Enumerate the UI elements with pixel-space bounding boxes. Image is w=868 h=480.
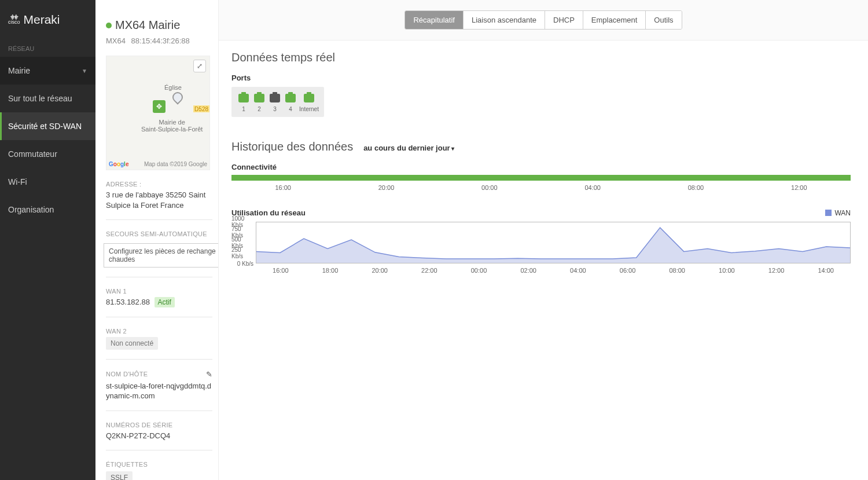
network-selector[interactable]: Mairie ▼ [0,57,95,85]
wan1-row: 81.53.182.88 Actif [106,297,212,307]
sidebar-item-wifi[interactable]: Wi-Fi [0,168,95,196]
network-name: Mairie [8,66,30,75]
time-tick: 00:00 [438,184,541,191]
serial-value: Q2KN-P2T2-DCQ4 [106,431,212,441]
wan1-ip: 81.53.182.88 [106,298,150,306]
serial-label: NUMÉROS DE SÉRIE [106,422,212,428]
tab-dhcp[interactable]: DHCP [545,11,583,29]
x-tick: 14:00 [801,267,851,274]
x-tick: 16:00 [256,267,306,274]
port-label: 2 [258,106,261,112]
device-pin-icon: ✥ [153,100,165,113]
sidebar: ·ı|ı·ı|ı· cisco Meraki RÉSEAU Mairie ▼ S… [0,0,95,480]
port-status-icon [254,94,264,102]
x-tick: 18:00 [306,267,355,274]
chart-svg [256,222,850,263]
x-tick: 08:00 [652,267,702,274]
x-tick: 20:00 [355,267,404,274]
wan2-status-badge: Non connecté [106,337,158,350]
tabbar: Récapitulatif Liaison ascendante DHCP Em… [404,10,682,30]
map-expand-icon[interactable]: ⤢ [193,60,206,72]
map-place-main: Mairie de Saint-Sulpice-la-Forêt [141,119,203,133]
realtime-heading: Données temps réel [231,51,851,64]
sidebar-item-switch[interactable]: Commutateur [0,140,95,168]
tab-tools[interactable]: Outils [646,11,681,29]
x-tick: 00:00 [454,267,504,274]
device-model: MX64 [106,36,126,45]
port-3[interactable]: 3 [269,94,281,112]
y-axis-labels: 1000 Kb/s750 Kb/s500 Kb/s250 Kb/s0 Kb/s [231,222,255,263]
tab-location[interactable]: Emplacement [583,11,646,29]
port-label: 1 [242,106,245,112]
x-tick: 04:00 [553,267,603,274]
map[interactable]: D528 ⤢ Église ✥ Mairie de Saint-Sulpice-… [106,56,210,170]
time-tick: 08:00 [644,184,747,191]
time-tick: 04:00 [541,184,644,191]
tab-summary[interactable]: Récapitulatif [405,11,464,29]
edit-icon[interactable]: ✎ [206,370,212,379]
status-dot-icon [106,23,112,28]
tags-label: ÉTIQUETTES [106,461,212,468]
port-1[interactable]: 1 [237,94,250,112]
time-tick: 20:00 [334,184,437,191]
chevron-down-icon: ▼ [82,68,87,74]
port-internet[interactable]: Internet [300,94,318,112]
range-selector[interactable]: au cours du dernier jour [363,144,454,152]
sidebar-item-security[interactable]: Sécurité et SD-WAN [0,112,95,140]
x-tick: 12:00 [752,267,801,274]
tabbar-container: Récapitulatif Liaison ascendante DHCP Em… [219,0,868,41]
connectivity-bar[interactable] [231,175,851,181]
usage-chart[interactable]: 1000 Kb/s750 Kb/s500 Kb/s250 Kb/s0 Kb/s … [231,222,851,274]
connectivity-time-axis: 16:0020:0000:0004:0008:0012:00 [231,184,851,191]
legend-text: WAN [834,209,851,217]
ports-box: 1234Internet [231,87,324,117]
port-4[interactable]: 4 [284,94,297,112]
host-label: NOM D'HÔTE [106,371,148,378]
backup-label: SECOURS SEMI-AUTOMATIQUE [106,230,212,237]
x-tick: 22:00 [404,267,454,274]
port-status-icon [304,94,314,102]
backup-config-button[interactable]: Configurez les pièces de rechange chaude… [104,243,219,268]
wan2-label: WAN 2 [106,328,212,335]
device-mac: 88:15:44:3f:26:88 [131,36,190,45]
port-label: 4 [289,106,292,112]
time-tick: 16:00 [231,184,334,191]
port-label: Internet [299,106,319,112]
road-label: D528 [193,106,209,112]
sidebar-item-overview[interactable]: Sur tout le réseau [0,85,95,112]
sidebar-item-organization[interactable]: Organisation [0,196,95,223]
ports-label: Ports [231,74,851,82]
host-value: st-sulpice-la-foret-nqjvgddmtq.dynamic-m… [106,381,212,401]
port-status-icon [285,94,296,102]
map-place-church: Église [164,84,182,91]
main-content: Récapitulatif Liaison ascendante DHCP Em… [219,0,868,480]
church-pin-icon [170,90,185,104]
history-heading: Historique des données [231,140,353,153]
port-2[interactable]: 2 [253,94,266,112]
brand-name: Meraki [24,13,60,27]
address-value: 3 rue de l'abbaye 35250 Saint Sulpice la… [106,190,212,210]
port-status-icon [238,94,249,102]
x-tick: 02:00 [503,267,553,274]
logo[interactable]: ·ı|ı·ı|ı· cisco Meraki [0,0,95,39]
port-status-icon [270,94,280,102]
y-tick: 250 Kb/s [231,247,253,259]
legend-wan[interactable]: WAN [825,209,851,217]
device-name: MX64 Mairie [115,19,180,32]
legend-color-icon [825,210,832,216]
wan1-label: WAN 1 [106,288,212,295]
y-tick: 0 Kb/s [237,261,253,267]
map-attribution: Map data ©2019 Google [144,161,207,167]
tab-uplink[interactable]: Liaison ascendante [464,11,545,29]
x-tick: 06:00 [603,267,653,274]
google-logo: Google [109,161,128,167]
x-tick: 10:00 [702,267,752,274]
chart-area [256,222,851,263]
device-subtitle: MX64 88:15:44:3f:26:88 [106,36,212,45]
nav-section-label: RÉSEAU [0,39,95,57]
cisco-logo-icon: ·ı|ı·ı|ı· cisco [8,14,20,25]
connectivity-label: Connectivité [231,163,851,171]
tag-pill[interactable]: SSLF [106,471,133,480]
port-label: 3 [273,106,277,112]
device-detail-panel: MX64 Mairie MX64 88:15:44:3f:26:88 D528 … [95,0,219,480]
